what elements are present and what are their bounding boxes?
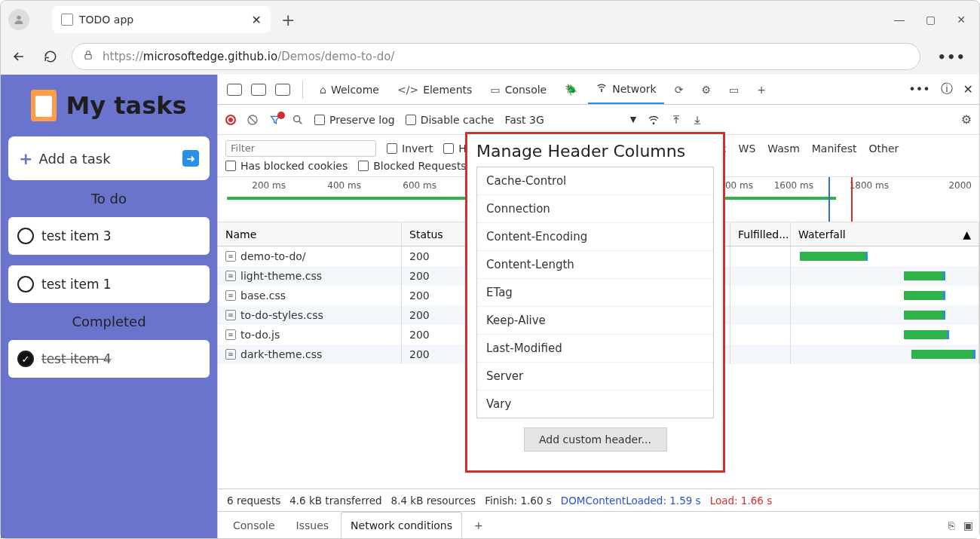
- header-column-option[interactable]: Connection: [477, 194, 713, 222]
- request-name: demo-to-do/: [240, 250, 306, 262]
- drawer-tab-console[interactable]: Console: [224, 512, 284, 538]
- record-button[interactable]: [225, 115, 236, 125]
- network-settings-icon[interactable]: ⚙: [961, 112, 972, 127]
- address-bar[interactable]: https://microsoftedge.github.io/Demos/de…: [72, 43, 920, 70]
- bug-icon: 🪲: [565, 84, 577, 96]
- close-devtools-button[interactable]: ✕: [963, 82, 973, 96]
- checkbox-icon[interactable]: [17, 276, 34, 292]
- drawer-add-tab[interactable]: +: [465, 512, 492, 538]
- request-name: to-do-styles.css: [240, 309, 323, 321]
- minimize-button[interactable]: ―: [894, 14, 905, 26]
- file-icon: ≡: [225, 251, 236, 262]
- svg-rect-1: [85, 54, 91, 59]
- refresh-button[interactable]: [40, 46, 61, 67]
- header-column-option[interactable]: Content-Encoding: [477, 222, 713, 250]
- download-icon[interactable]: [692, 114, 703, 126]
- chevron-down-icon[interactable]: ▼: [630, 115, 636, 124]
- blocked-requests-checkbox[interactable]: Blocked Requests: [358, 160, 466, 172]
- header-column-option[interactable]: Vary: [477, 390, 713, 418]
- type-filter[interactable]: Other: [869, 142, 899, 155]
- more-tools-button[interactable]: •••: [908, 82, 929, 96]
- close-tab-icon[interactable]: ✕: [252, 13, 262, 27]
- filter-icon[interactable]: [269, 114, 281, 126]
- upload-icon[interactable]: [671, 114, 681, 126]
- clear-button[interactable]: [247, 114, 259, 126]
- search-icon[interactable]: [292, 114, 304, 126]
- column-fulfilled[interactable]: Fulfilled...: [730, 222, 791, 246]
- svg-point-4: [294, 115, 300, 121]
- inspect-icon[interactable]: [227, 84, 242, 96]
- add-custom-header-button[interactable]: Add custom header...: [524, 427, 667, 452]
- column-status[interactable]: Status: [402, 222, 468, 246]
- hide-data-checkbox[interactable]: H: [443, 142, 467, 155]
- drawer-action-icon[interactable]: ⎘: [948, 519, 954, 531]
- tab-more[interactable]: +: [749, 75, 773, 104]
- checkbox-checked-icon[interactable]: [17, 351, 34, 367]
- type-filter[interactable]: WS: [739, 142, 756, 155]
- browser-tab[interactable]: TODO app ✕: [52, 6, 271, 33]
- request-status: 200: [402, 247, 468, 266]
- file-icon: ≡: [225, 329, 236, 340]
- drawer-tab-network-conditions[interactable]: Network conditions: [341, 512, 462, 538]
- tab-debug[interactable]: 🪲: [557, 75, 585, 104]
- submit-icon[interactable]: ➜: [182, 150, 199, 167]
- task-item[interactable]: test item 3: [8, 217, 210, 255]
- checkbox-icon[interactable]: [17, 228, 34, 244]
- tab-elements[interactable]: </>Elements: [390, 75, 479, 104]
- file-icon: ≡: [225, 310, 236, 320]
- help-button[interactable]: ⓘ: [941, 81, 953, 97]
- elements-icon: </>: [397, 84, 418, 96]
- drawer-expand-icon[interactable]: ▣: [963, 519, 973, 531]
- tab-console[interactable]: ▭Console: [482, 75, 554, 104]
- tab-app[interactable]: ▭: [721, 75, 746, 104]
- new-tab-button[interactable]: +: [281, 11, 295, 29]
- svg-point-2: [602, 90, 602, 91]
- filter-input[interactable]: [225, 140, 376, 157]
- task-item-done[interactable]: test item 4: [8, 340, 210, 378]
- sort-icon: ▲: [963, 228, 971, 240]
- header-column-option[interactable]: Keep-Alive: [477, 306, 713, 334]
- invert-checkbox[interactable]: Invert: [387, 142, 433, 155]
- preserve-log-checkbox[interactable]: Preserve log: [314, 114, 395, 126]
- has-blocked-cookies-checkbox[interactable]: Has blocked cookies: [225, 160, 348, 172]
- tab-perf[interactable]: ⟳: [667, 75, 691, 104]
- console-icon: ▭: [490, 84, 500, 96]
- request-name: dark-theme.css: [240, 348, 322, 360]
- devtools-panel: ⌂Welcome </>Elements ▭Console 🪲 Network …: [217, 75, 979, 538]
- header-column-option[interactable]: Content-Length: [477, 250, 713, 278]
- disable-cache-checkbox[interactable]: Disable cache: [406, 114, 495, 126]
- todo-app: My tasks + Add a task ➜ To do test item …: [1, 75, 217, 538]
- tab-network[interactable]: Network: [588, 75, 663, 104]
- performance-icon: ⟳: [675, 84, 684, 96]
- popup-title: Manage Header Columns: [476, 142, 714, 161]
- back-button[interactable]: [8, 46, 29, 67]
- browser-menu-button[interactable]: •••: [931, 49, 972, 65]
- file-icon: ≡: [225, 349, 236, 360]
- type-filter[interactable]: Manifest: [812, 142, 857, 155]
- manage-header-columns-popup: Manage Header Columns Cache-ControlConne…: [465, 132, 725, 473]
- type-filter[interactable]: Wasm: [767, 142, 799, 155]
- close-window-button[interactable]: ✕: [957, 14, 966, 26]
- add-task-button[interactable]: + Add a task ➜: [8, 136, 210, 180]
- tab-welcome[interactable]: ⌂Welcome: [312, 75, 387, 104]
- drawer-tab-issues[interactable]: Issues: [287, 512, 338, 538]
- file-icon: ≡: [225, 290, 236, 301]
- gear-icon: ⚙: [701, 84, 711, 96]
- maximize-button[interactable]: ▢: [926, 14, 936, 26]
- column-waterfall[interactable]: Waterfall▲: [791, 222, 979, 246]
- profile-avatar[interactable]: [8, 9, 29, 30]
- tab-title: TODO app: [79, 14, 246, 26]
- header-column-option[interactable]: Server: [477, 362, 713, 390]
- header-column-option[interactable]: ETag: [477, 278, 713, 306]
- header-column-option[interactable]: Cache-Control: [477, 167, 713, 194]
- throttle-select[interactable]: Fast 3G: [504, 114, 544, 126]
- request-status: 200: [402, 266, 468, 286]
- dock-icon[interactable]: [275, 84, 290, 96]
- header-column-option[interactable]: Last-Modified: [477, 334, 713, 362]
- clipboard-icon: [31, 90, 57, 121]
- wifi-settings-icon[interactable]: [647, 114, 660, 126]
- device-toolbar-icon[interactable]: [251, 84, 266, 96]
- column-name[interactable]: Name: [218, 222, 402, 246]
- tab-settings[interactable]: ⚙: [694, 75, 718, 104]
- task-item[interactable]: test item 1: [8, 265, 210, 303]
